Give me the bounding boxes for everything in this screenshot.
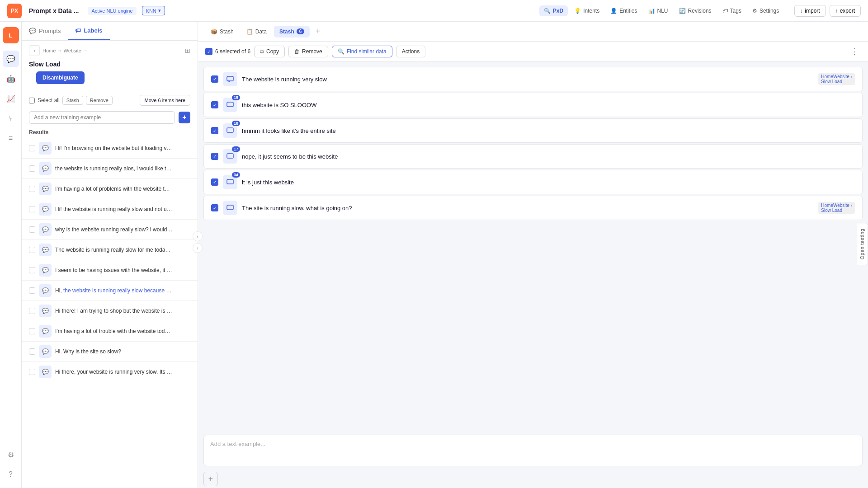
- sidebar-item-list[interactable]: ≡: [3, 130, 19, 146]
- sidebar-item-branch[interactable]: ⑂: [3, 110, 19, 127]
- select-all-checkbox[interactable]: [29, 98, 35, 103]
- stash-mini-button[interactable]: Stash: [62, 96, 83, 105]
- actions-button[interactable]: Actions: [396, 46, 425, 57]
- select-bar: Select all Stash Remove Move 6 items her…: [22, 92, 198, 108]
- data-item-checkbox[interactable]: ✓: [211, 75, 218, 83]
- tab-data[interactable]: 📋 Data: [241, 26, 272, 38]
- data-item-count: 18: [232, 121, 240, 126]
- move-items-button[interactable]: Move 6 items here: [140, 95, 190, 106]
- result-checkbox[interactable]: [29, 145, 35, 151]
- data-item[interactable]: ✓ The website is running very slow HomeW…: [203, 67, 863, 91]
- breadcrumb-area: ‹ Home → Website → ⊞: [22, 41, 198, 61]
- nav-item-revisions[interactable]: 🔄 Revisions: [675, 5, 716, 16]
- data-item-checkbox[interactable]: ✓: [211, 127, 218, 134]
- more-options-button[interactable]: ⋮: [848, 45, 861, 58]
- result-item-text: Hi! the website is running really slow a…: [55, 206, 173, 212]
- knn-chevron: ▾: [158, 8, 161, 14]
- tab-labels[interactable]: 🏷 Labels: [68, 22, 109, 40]
- list-item[interactable]: 💬 Hi! I'm browsing on the website but it…: [22, 138, 198, 159]
- result-checkbox[interactable]: [29, 186, 35, 192]
- remove-mini-button[interactable]: Remove: [86, 96, 113, 105]
- list-item[interactable]: 💬 why is the website running really slow…: [22, 220, 198, 240]
- result-item-icon: 💬: [39, 284, 52, 297]
- engine-badge: Active NLU engine: [88, 7, 136, 15]
- add-tab-button[interactable]: +: [311, 25, 324, 38]
- stash-tab-label: Stash: [220, 28, 234, 35]
- left-tabs: 💬 Prompts 🏷 Labels: [22, 22, 198, 41]
- sidebar-item-help[interactable]: ?: [3, 466, 19, 483]
- list-item[interactable]: 💬 Hi there! I am trying to shop but the …: [22, 301, 198, 321]
- result-item-text: Hi there! I am trying to shop but the we…: [55, 308, 173, 314]
- nav-item-intents[interactable]: 💡 Intents: [570, 5, 604, 16]
- list-item[interactable]: 💬 Hi! the website is running really slow…: [22, 199, 198, 220]
- sidebar-item-graph[interactable]: 📈: [3, 90, 19, 107]
- data-item-icon: [223, 201, 237, 215]
- result-item-text: I seem to be having issues with the webs…: [55, 267, 173, 273]
- labels-tab-icon: 🏷: [75, 27, 81, 34]
- stash-tab-icon: 📦: [211, 28, 217, 35]
- result-checkbox[interactable]: [29, 369, 35, 375]
- select-all-data-checkbox[interactable]: ✓: [205, 48, 212, 55]
- sidebar-item-chat[interactable]: 💬: [3, 51, 19, 67]
- data-item-checkbox[interactable]: ✓: [211, 153, 218, 160]
- data-item-checkbox[interactable]: ✓: [211, 178, 218, 186]
- list-item[interactable]: 💬 I seem to be having issues with the we…: [22, 260, 198, 281]
- data-item[interactable]: ✓ 17 nope, it just seems to be this webs…: [203, 144, 863, 169]
- copy-button[interactable]: ⧉ Copy: [254, 46, 285, 57]
- find-similar-button[interactable]: 🔍 Find similar data: [332, 46, 392, 57]
- list-item[interactable]: 💬 I'm having a lot of trouble with the w…: [22, 321, 198, 342]
- list-item[interactable]: 💬 I'm having a lot of problems with the …: [22, 179, 198, 199]
- list-item[interactable]: 💬 Hi. Why is the site so slow?: [22, 342, 198, 362]
- filter-icon[interactable]: ⊞: [185, 47, 190, 54]
- tab-stash-active[interactable]: Stash 6: [274, 26, 310, 38]
- nav-item-entities[interactable]: 👤 Entities: [606, 5, 642, 16]
- data-item[interactable]: ✓ 18 hmmm it looks like it's the entire …: [203, 118, 863, 143]
- list-item[interactable]: 💬 Hi there, your website is running very…: [22, 362, 198, 382]
- sidebar-item-gear[interactable]: ⚙: [3, 446, 19, 463]
- expand-right-button[interactable]: ›: [193, 243, 203, 253]
- data-item[interactable]: ✓ 34 it is just this website: [203, 170, 863, 194]
- data-item[interactable]: ✓ 15 this website is SO SLOOOW: [203, 93, 863, 117]
- result-checkbox[interactable]: [29, 308, 35, 314]
- nav-item-nlu[interactable]: 📊 NLU: [644, 5, 673, 16]
- export-button[interactable]: ↑ export: [830, 5, 861, 17]
- nav-item-pxd[interactable]: 🔍 PxD: [539, 5, 568, 16]
- list-item[interactable]: 💬 the website is running really alos, i …: [22, 159, 198, 179]
- result-checkbox[interactable]: [29, 206, 35, 212]
- data-item[interactable]: ✓ The site is running slow. what is goin…: [203, 196, 863, 220]
- remove-button[interactable]: 🗑 Remove: [288, 46, 328, 57]
- top-actions: ↓ import ↑ export: [794, 5, 861, 17]
- knn-badge[interactable]: KNN ▾: [142, 6, 165, 15]
- data-item-checkbox[interactable]: ✓: [211, 101, 218, 108]
- nlu-label: NLU: [657, 8, 668, 14]
- tab-prompts[interactable]: 💬 Prompts: [22, 22, 68, 40]
- import-icon: ↓: [800, 8, 803, 14]
- import-button[interactable]: ↓ import: [794, 5, 826, 17]
- tab-stash[interactable]: 📦 Stash: [205, 26, 239, 38]
- collapse-left-button[interactable]: ‹: [193, 231, 203, 241]
- add-row-button[interactable]: +: [203, 472, 218, 486]
- data-item-checkbox[interactable]: ✓: [211, 204, 218, 211]
- result-checkbox[interactable]: [29, 267, 35, 273]
- svg-rect-0: [227, 76, 233, 81]
- nav-item-tags[interactable]: 🏷 Tags: [718, 5, 746, 16]
- list-item[interactable]: 💬 Hi, the website is running really slow…: [22, 281, 198, 301]
- nav-item-settings[interactable]: ⚙ Settings: [748, 5, 783, 16]
- back-button[interactable]: ‹: [29, 45, 40, 56]
- text-input-area[interactable]: Add a text example...: [203, 435, 863, 466]
- result-checkbox[interactable]: [29, 328, 35, 334]
- result-checkbox[interactable]: [29, 247, 35, 253]
- result-checkbox[interactable]: [29, 165, 35, 172]
- sidebar-item-ai[interactable]: 🤖: [3, 70, 19, 87]
- data-item-text: The website is running very slow: [242, 76, 814, 83]
- result-checkbox[interactable]: [29, 287, 35, 294]
- add-example-input[interactable]: [29, 111, 175, 124]
- open-testing-tab[interactable]: Open testing: [857, 223, 868, 265]
- add-example-button[interactable]: +: [179, 112, 190, 123]
- disambiguate-button[interactable]: Disambiguate: [36, 71, 85, 84]
- result-checkbox[interactable]: [29, 348, 35, 355]
- list-item[interactable]: 💬 The website is running really slow for…: [22, 240, 198, 260]
- result-item-icon: 💬: [39, 142, 52, 155]
- result-checkbox[interactable]: [29, 226, 35, 233]
- result-item-icon: 💬: [39, 183, 52, 195]
